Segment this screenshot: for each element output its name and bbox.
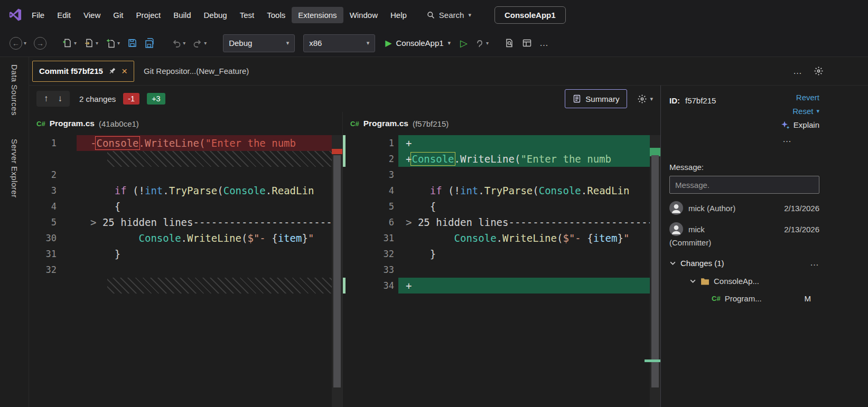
changes-overflow-button[interactable]: … xyxy=(810,258,819,268)
chevron-down-icon[interactable]: ▾ xyxy=(183,40,185,46)
commit-message-input[interactable] xyxy=(669,176,819,194)
save-all-button[interactable] xyxy=(143,36,158,51)
line-content xyxy=(77,262,332,278)
search-control[interactable]: Search ▾ xyxy=(427,11,471,20)
find-in-files-button[interactable] xyxy=(502,36,517,50)
window-layout-button[interactable] xyxy=(520,36,534,50)
menu-tools[interactable]: Tools xyxy=(260,7,292,23)
diff-pane-after: C# Program.cs (f57bf215) 1+2+Console.Wri… xyxy=(342,112,660,407)
chevron-down-icon[interactable]: ▾ xyxy=(486,40,489,46)
code-token: ReadLin xyxy=(272,185,314,196)
visual-studio-logo-icon[interactable] xyxy=(5,7,25,22)
before-code-editor[interactable]: 1-Console.WriteLine("Enter the numb23 if… xyxy=(29,135,332,294)
diff-settings[interactable]: ▾ xyxy=(638,94,653,103)
changes-tree-file[interactable]: C# Program... M xyxy=(669,294,819,303)
line-number: 5 xyxy=(346,198,398,214)
solution-platform-dropdown[interactable]: x86 ▾ xyxy=(303,34,375,52)
chevron-down-icon[interactable]: ▾ xyxy=(24,40,26,46)
summary-icon xyxy=(573,94,581,103)
close-icon[interactable]: × xyxy=(122,66,127,76)
toolbar-overflow-button[interactable]: … xyxy=(537,36,551,51)
tabstrip-overflow-button[interactable]: … xyxy=(793,66,802,77)
code-token: 25 hidden lines xyxy=(418,216,509,228)
side-rail-server-explorer[interactable]: Server Explorer xyxy=(10,139,19,198)
changes-section-header[interactable]: Changes (1) … xyxy=(669,258,819,268)
new-document-icon xyxy=(62,38,72,48)
chevron-down-icon[interactable]: ▾ xyxy=(96,40,98,46)
menu-test[interactable]: Test xyxy=(234,7,261,23)
start-without-debugging-button[interactable]: ▷ xyxy=(458,35,470,51)
undo-button[interactable]: ▾ xyxy=(170,36,188,50)
revert-link[interactable]: Revert xyxy=(796,93,819,102)
line-number: 5 xyxy=(32,214,77,230)
after-pane-scrollbar[interactable] xyxy=(650,135,660,407)
start-debugging-button[interactable]: ▶ ConsoleApp1 ▾ xyxy=(385,38,451,48)
before-pane-scrollbar[interactable] xyxy=(332,135,342,407)
code-token: { xyxy=(90,201,120,212)
visual-studio-window: FileEditViewGitProjectBuildDebugTestTool… xyxy=(0,0,868,407)
code-token xyxy=(90,185,115,196)
attach-to-process-button[interactable]: ▾ xyxy=(473,36,491,50)
csharp-file-icon: C# xyxy=(36,120,45,128)
line-number xyxy=(32,151,77,167)
navigate-forward-button[interactable]: → xyxy=(32,35,49,52)
after-code-editor[interactable]: 1+2+Console.WriteLine("Enter the numb34 … xyxy=(343,135,650,294)
changes-tree-folder[interactable]: ConsoleAp... xyxy=(669,277,819,286)
pin-icon[interactable] xyxy=(108,67,116,75)
code-line-32: 32 xyxy=(29,262,332,278)
hidden-lines-row[interactable]: 5> 25 hidden lines----------------------… xyxy=(29,214,332,230)
actions-overflow-button[interactable]: … xyxy=(782,134,792,145)
redo-button[interactable]: ▾ xyxy=(191,36,209,50)
tabstrip-right-controls: … xyxy=(793,66,868,77)
reset-dropdown[interactable]: Reset ▾ xyxy=(792,107,819,116)
next-change-button[interactable]: ↓ xyxy=(58,93,63,104)
new-project-button[interactable]: ▾ xyxy=(60,36,79,50)
hidden-lines-row[interactable]: 6> 25 hidden lines----------------------… xyxy=(343,214,650,230)
previous-change-button[interactable]: ↑ xyxy=(44,93,49,104)
menu-help[interactable]: Help xyxy=(384,7,413,23)
code-token: " xyxy=(308,232,314,244)
gear-icon[interactable] xyxy=(814,67,823,75)
expand-hidden-lines-icon[interactable]: > xyxy=(406,216,418,228)
menu-project[interactable]: Project xyxy=(129,7,167,23)
line-number: 3 xyxy=(32,183,77,198)
add-new-item-button[interactable]: ▾ xyxy=(104,36,122,50)
code-token: { xyxy=(406,201,436,212)
code-token: ----------------------------------- xyxy=(193,216,332,228)
scrollbar-thumb[interactable] xyxy=(333,155,341,387)
expand-hidden-lines-icon[interactable]: > xyxy=(90,216,102,228)
file-name: Program... xyxy=(725,294,762,303)
line-number: 32 xyxy=(32,262,77,278)
navigate-back-button[interactable]: ←▾ xyxy=(7,35,29,52)
commit-details-view: ↑ ↓ 2 changes -1 +3 Summary ▾ xyxy=(29,86,868,407)
save-button[interactable] xyxy=(125,36,139,50)
code-token: + xyxy=(406,137,412,149)
scrollbar-thumb[interactable] xyxy=(651,155,659,387)
chevron-down-icon[interactable]: ▾ xyxy=(204,40,207,46)
line-content xyxy=(107,278,332,294)
menu-window[interactable]: Window xyxy=(343,7,384,23)
chevron-down-icon[interactable]: ▾ xyxy=(117,40,120,46)
menu-view[interactable]: View xyxy=(77,7,107,23)
menu-extensions[interactable]: Extensions xyxy=(292,7,343,23)
after-file-revision: (f57bf215) xyxy=(413,119,449,128)
menu-debug[interactable]: Debug xyxy=(198,7,234,23)
tab-git-repository[interactable]: Git Repositor...(New_Feature) xyxy=(134,67,258,75)
menu-git[interactable]: Git xyxy=(107,7,129,23)
before-file-name: Program.cs xyxy=(50,119,95,128)
tab-commit[interactable]: Commit f57bf215 × xyxy=(32,61,134,82)
menu-build[interactable]: Build xyxy=(167,7,197,23)
explain-button[interactable]: Explain xyxy=(781,120,819,129)
menu-edit[interactable]: Edit xyxy=(51,7,77,23)
changes-count-label: 2 changes xyxy=(79,94,116,103)
side-rail-data-sources[interactable]: Data Sources xyxy=(10,64,19,116)
solution-configuration-dropdown[interactable]: Debug ▾ xyxy=(223,34,295,52)
menu-file[interactable]: File xyxy=(25,7,51,23)
summary-button[interactable]: Summary xyxy=(565,89,627,108)
account-badge[interactable]: ConsoleApp1 xyxy=(494,6,566,24)
startup-project-label: ConsoleApp1 xyxy=(396,39,444,48)
open-file-button[interactable]: ▾ xyxy=(82,36,100,50)
code-token: { xyxy=(587,232,593,244)
code-token: Console xyxy=(412,153,454,165)
chevron-down-icon[interactable]: ▾ xyxy=(74,40,77,46)
